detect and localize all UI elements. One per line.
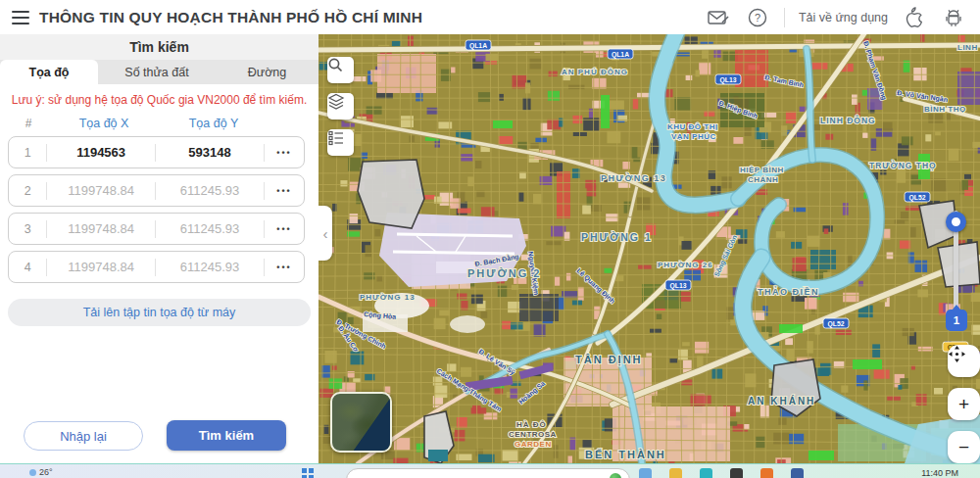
page-title: THÔNG TIN QUY HOẠCH THÀNH PHỐ HỒ CHÍ MIN… [39, 9, 422, 26]
taskbar-app-icon[interactable] [639, 468, 652, 478]
taskbar-clock: 11:40 PM [921, 468, 958, 478]
upload-coordinates-button[interactable]: Tải lên tập tin tọa độ từ máy [8, 299, 311, 326]
taskbar-search[interactable] [346, 468, 630, 478]
svg-text:QL13: QL13 [720, 76, 737, 84]
map-place-label: AN PHÚ ĐÔNG [562, 68, 628, 76]
column-header-index: # [8, 117, 49, 130]
map-search-button[interactable] [327, 57, 354, 83]
vn2000-note: Lưu ý: sử dụng hệ tọa độ Quốc gia VN2000… [0, 93, 318, 107]
plus-icon: + [958, 394, 969, 415]
coordinate-x-input[interactable] [47, 145, 155, 160]
map-layers-button[interactable] [327, 93, 354, 120]
map-place-label: PHƯỜNG 1 [581, 231, 653, 243]
taskbar-app-icon[interactable] [669, 468, 682, 478]
coordinate-row-2: 2 ••• [8, 174, 305, 207]
taskbar-app-icon[interactable] [760, 468, 773, 478]
map-svg: Đ. Trường ChinhCộng HòaĐ. Âu CơĐ. Lê Văn… [318, 34, 980, 463]
row-menu-button[interactable]: ••• [265, 224, 304, 234]
taskbar-apps [639, 468, 804, 478]
column-header-y: Tọa độ Y [159, 117, 269, 130]
map-place-label: BÌNH THỌ [924, 105, 966, 114]
taskbar-search-badge-icon [610, 473, 621, 478]
row-menu-button[interactable]: ••• [265, 148, 304, 158]
zoom-level-badge: 1 [946, 310, 967, 331]
taskbar-app-icon[interactable] [700, 468, 712, 478]
feedback-mail-icon[interactable] [706, 5, 731, 30]
search-panel: Tìm kiếm Tọa độ Số thửa đất Đường Lưu ý:… [0, 34, 318, 463]
map-place-label: PHƯỜNG 2 [467, 267, 541, 279]
row-index: 1 [9, 146, 46, 160]
android-icon[interactable] [941, 5, 966, 30]
tab-coordinates[interactable]: Tọa độ [0, 60, 98, 84]
map-place-label: TRƯỜNG THỌ [869, 160, 937, 170]
search-tabs: Tọa độ Số thửa đất Đường [0, 60, 318, 84]
map-place-label: BẾN THÀNH [585, 449, 666, 460]
row-menu-button[interactable]: ••• [265, 263, 304, 272]
map-place-label: PHƯỜNG 13 [360, 293, 416, 302]
coordinate-y-input[interactable] [156, 221, 264, 236]
road-shield: QL1A [466, 40, 491, 50]
map-place-label: LINH [957, 43, 978, 52]
sidebar-collapse-button[interactable]: ‹ [318, 206, 332, 261]
svg-text:?: ? [755, 12, 760, 24]
map-canvas[interactable]: Đ. Trường ChinhCộng HòaĐ. Âu CơĐ. Lê Văn… [318, 34, 980, 463]
chevron-left-icon: ‹ [323, 225, 328, 242]
start-button[interactable] [302, 468, 314, 478]
taskbar: 26° 11:40 PM [0, 463, 980, 478]
weather-widget[interactable]: 26° [29, 467, 53, 477]
map-place-label: LINH ĐÔNG [820, 115, 876, 125]
svg-text:QL1A: QL1A [469, 42, 487, 50]
road-shield: QL13 [665, 280, 691, 290]
taskbar-app-icon[interactable] [791, 468, 804, 478]
svg-text:QL52: QL52 [828, 320, 845, 328]
apple-icon[interactable] [902, 5, 927, 30]
coordinate-y-input[interactable] [156, 183, 264, 198]
column-header-x: Tọa độ X [49, 117, 159, 130]
map-place-label: CHÁNH [748, 175, 778, 184]
legend-list-icon [327, 129, 345, 147]
road-shield: QL52 [905, 192, 930, 202]
svg-text:QL1A: QL1A [612, 51, 629, 59]
coordinate-x-input[interactable] [47, 260, 155, 274]
row-index: 4 [9, 261, 46, 274]
zoom-slider-handle[interactable] [946, 212, 966, 232]
help-icon[interactable]: ? [745, 5, 770, 30]
coordinate-x-input[interactable] [47, 221, 155, 236]
download-app-label[interactable]: Tải về ứng dụng [799, 11, 888, 24]
reset-button[interactable]: Nhập lại [24, 421, 143, 451]
header-divider [784, 8, 785, 27]
row-menu-button[interactable]: ••• [265, 186, 304, 196]
pan-button[interactable] [948, 345, 980, 377]
minus-icon: − [958, 437, 969, 458]
column-headers: # Tọa độ X Tọa độ Y [8, 117, 305, 130]
map-place-label: GARDEN [514, 440, 552, 449]
pan-icon [948, 345, 966, 363]
weather-icon [29, 469, 36, 476]
coordinate-row-1: 1 ••• [8, 136, 305, 168]
search-button[interactable]: Tìm kiếm [167, 420, 286, 451]
coordinate-y-input[interactable] [156, 145, 264, 160]
tab-parcel-number[interactable]: Số thửa đất [98, 60, 216, 84]
map-place-label: TÂN ĐỊNH [575, 354, 643, 366]
road-shield: QL13 [715, 74, 741, 84]
road-shield: QL52 [823, 318, 849, 328]
coordinate-y-input[interactable] [156, 260, 264, 274]
road-shield: QL1A [608, 49, 633, 59]
map-place-label: CENTROSA [509, 430, 557, 439]
app-header: THÔNG TIN QUY HOẠCH THÀNH PHỐ HỒ CHÍ MIN… [0, 0, 980, 34]
taskbar-app-icon[interactable] [730, 468, 743, 478]
minimap[interactable] [330, 392, 392, 453]
coordinate-x-input[interactable] [47, 183, 155, 198]
map-legend-button[interactable] [327, 129, 354, 156]
coordinate-row-4: 4 ••• [8, 251, 305, 283]
map-place-label: VẠN PHÚC [671, 132, 716, 141]
zoom-out-button[interactable]: − [948, 431, 980, 463]
menu-icon[interactable] [0, 0, 33, 34]
map-place-label: PHƯỜNG 13 [601, 172, 666, 183]
row-index: 3 [9, 222, 46, 236]
zoom-in-button[interactable]: + [948, 388, 980, 420]
row-index: 2 [9, 184, 46, 198]
map-place-label: AN KHÁNH [748, 395, 815, 406]
tab-street[interactable]: Đường [216, 60, 318, 84]
svg-text:QL52: QL52 [909, 194, 926, 202]
